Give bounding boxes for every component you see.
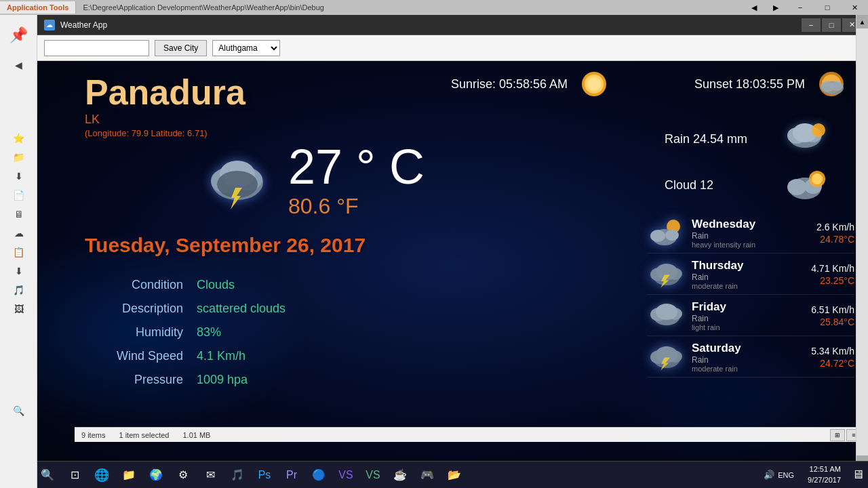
friday-name: Friday bbox=[692, 300, 804, 314]
sunset-icon bbox=[815, 68, 848, 100]
condition-value: Clouds bbox=[197, 278, 235, 292]
sidebar-folder-icon[interactable]: 📁 bbox=[0, 148, 37, 167]
win-maximize-btn[interactable]: □ bbox=[822, 18, 841, 32]
temp-fahrenheit: 80.6 °F bbox=[288, 194, 425, 219]
taskbar-chrome-btn[interactable]: 🔵 bbox=[305, 462, 332, 489]
scroll-right-btn[interactable]: ▶ bbox=[765, 0, 787, 15]
show-desktop-btn[interactable]: 🖥 bbox=[848, 462, 868, 489]
sidebar-download-icon[interactable]: ⬇ bbox=[0, 167, 37, 186]
taskbar-java-btn[interactable]: ☕ bbox=[387, 462, 414, 489]
app-title-left: ☁ Weather App bbox=[44, 20, 107, 30]
friday-detail: light rain bbox=[692, 323, 804, 331]
taskbar-mail-btn[interactable]: ✉ bbox=[197, 462, 224, 489]
sidebar-forward-btn[interactable]: ⭐ bbox=[0, 129, 37, 148]
cloud-icon bbox=[783, 168, 827, 202]
saturday-stats: 5.34 Km/h 24.72°C bbox=[811, 346, 854, 369]
description-row: Description scattered clouds bbox=[85, 302, 285, 316]
thursday-speed: 4.71 Km/h bbox=[811, 263, 854, 274]
friday-temp: 25.84°C bbox=[811, 317, 854, 327]
taskbar-pr-btn[interactable]: Pr bbox=[278, 462, 305, 489]
svg-point-36 bbox=[656, 304, 677, 320]
taskbar-time[interactable]: 12:51 AM 9/27/2017 bbox=[801, 464, 848, 485]
taskbar-edge-btn[interactable]: 🌐 bbox=[88, 462, 115, 489]
path-text: E:\Degree\Application Development\Weathe… bbox=[76, 3, 330, 12]
sidebar-music-icon[interactable]: 🎵 bbox=[0, 281, 37, 300]
save-city-button[interactable]: Save City bbox=[155, 40, 207, 56]
taskbar-game-btn[interactable]: 🎮 bbox=[414, 462, 441, 489]
humidity-label: Humidity bbox=[85, 325, 183, 340]
taskbar-icons: 🔍 ⊡ 🌐 📁 🌍 ⚙ ✉ 🎵 Ps Pr 🔵 VS VS ☕ 🎮 📂 bbox=[34, 462, 757, 489]
sunset-text: Sunset 18:03:55 PM bbox=[694, 77, 805, 92]
app-minimize-btn[interactable]: − bbox=[787, 0, 814, 15]
grid-view-btn[interactable]: ⊞ bbox=[830, 429, 845, 441]
taskbar-ps-btn[interactable]: Ps bbox=[251, 462, 278, 489]
condition-row: Condition Clouds bbox=[85, 278, 285, 292]
taskbar-sys: 🔊 ENG bbox=[757, 462, 801, 489]
wednesday-detail: heavy intensity rain bbox=[692, 241, 810, 249]
app-title-text: Weather App bbox=[60, 20, 107, 30]
sidebar-search-icon[interactable]: 🔍 bbox=[0, 401, 37, 420]
cloud-stat-row: Cloud 12 bbox=[665, 168, 827, 202]
scroll-left-btn[interactable]: ◀ bbox=[743, 0, 765, 15]
sun-area: Sunrise: 05:58:56 AM Sunset 18:03:55 PM bbox=[431, 68, 868, 100]
thursday-temp: 23.25°C bbox=[811, 275, 854, 286]
scroll-up-btn[interactable]: ▲ bbox=[856, 15, 869, 28]
sidebar-monitor-icon[interactable]: 🖥 bbox=[0, 205, 37, 224]
app-close-btn[interactable]: ✕ bbox=[841, 0, 868, 15]
wind-label: Wind Speed bbox=[85, 349, 183, 363]
city-area: Panadura LK (Longitude: 79.9 Latitude: 6… bbox=[85, 75, 245, 138]
weather-content: Panadura LK (Longitude: 79.9 Latitude: 6… bbox=[37, 61, 868, 469]
taskbar-settings-btn[interactable]: ⚙ bbox=[170, 462, 197, 489]
sidebar-back-btn[interactable]: ◀ bbox=[0, 56, 37, 75]
title-bar: Application Tools E:\Degree\Application … bbox=[0, 0, 868, 15]
taskbar-vsc-btn[interactable]: VS bbox=[359, 462, 387, 489]
wednesday-icon bbox=[648, 218, 685, 249]
taskbar-search-btn[interactable]: 🔍 bbox=[34, 462, 61, 489]
sidebar-image-icon[interactable]: 🖼 bbox=[0, 300, 37, 319]
description-label: Description bbox=[85, 302, 183, 316]
taskbar-ie-btn[interactable]: 🌍 bbox=[142, 462, 170, 489]
current-weather-icon bbox=[200, 147, 275, 215]
taskbar-folder-btn[interactable]: 📁 bbox=[115, 462, 142, 489]
taskbar-vs-btn[interactable]: VS bbox=[332, 462, 359, 489]
forecast-row-wednesday: Wednesday Rain heavy intensity rain 2.6 … bbox=[648, 214, 854, 253]
sidebar-doc-icon[interactable]: 📄 bbox=[0, 186, 37, 205]
win-minimize-btn[interactable]: − bbox=[802, 18, 821, 32]
svg-point-8 bbox=[587, 77, 601, 91]
taskbar-explorer-btn[interactable]: 📂 bbox=[441, 462, 468, 489]
wednesday-speed: 2.6 Km/h bbox=[816, 222, 854, 232]
city-input[interactable] bbox=[44, 40, 149, 56]
svg-point-23 bbox=[812, 174, 823, 184]
condition-label: Condition bbox=[85, 278, 183, 292]
taskbar-sound-icon[interactable]: 🔊 bbox=[764, 470, 774, 480]
taskbar-task-btn[interactable]: ⊡ bbox=[61, 462, 88, 489]
app-maximize-btn[interactable]: □ bbox=[814, 0, 841, 15]
svg-point-13 bbox=[831, 81, 843, 91]
temp-celsius: 27 ° C bbox=[288, 142, 425, 191]
file-icon[interactable]: 📌 bbox=[0, 15, 37, 56]
forecast-row-friday: Friday Rain light rain 6.51 Km/h 25.84°C bbox=[648, 296, 854, 336]
thursday-name: Thursday bbox=[692, 259, 804, 272]
saturday-condition: Rain bbox=[692, 355, 804, 365]
sidebar-list-icon[interactable]: 📋 bbox=[0, 243, 37, 262]
wednesday-name: Wednesday bbox=[692, 218, 810, 231]
saturday-name: Saturday bbox=[692, 342, 804, 355]
saturday-temp: 24.72°C bbox=[811, 358, 854, 369]
app-tools-tab[interactable]: Application Tools bbox=[0, 1, 76, 14]
taskbar-winamp-btn[interactable]: 🎵 bbox=[224, 462, 251, 489]
status-bar: 9 items 1 item selected 1.01 MB ⊞ ≡ bbox=[75, 427, 868, 442]
temp-values: 27 ° C 80.6 °F bbox=[288, 142, 425, 219]
humidity-row: Humidity 83% bbox=[85, 325, 285, 340]
conditions-table: Condition Clouds Description scattered c… bbox=[85, 278, 285, 396]
sidebar-arrow-icon[interactable]: ⬇ bbox=[0, 262, 37, 281]
description-value: scattered clouds bbox=[197, 302, 285, 316]
cloud-stat-text: Cloud 12 bbox=[665, 178, 773, 192]
file-size: 1.01 MB bbox=[182, 431, 210, 439]
thursday-stats: 4.71 Km/h 23.25°C bbox=[811, 263, 854, 286]
thursday-icon bbox=[648, 260, 685, 290]
city-dropdown[interactable]: Aluthgama bbox=[212, 40, 280, 56]
wind-value: 4.1 Km/h bbox=[197, 349, 245, 363]
sidebar-cloud-icon[interactable]: ☁ bbox=[0, 224, 37, 243]
sunrise-text: Sunrise: 05:58:56 AM bbox=[451, 77, 568, 92]
right-scrollbar[interactable]: ▲ ▼ bbox=[856, 15, 868, 469]
